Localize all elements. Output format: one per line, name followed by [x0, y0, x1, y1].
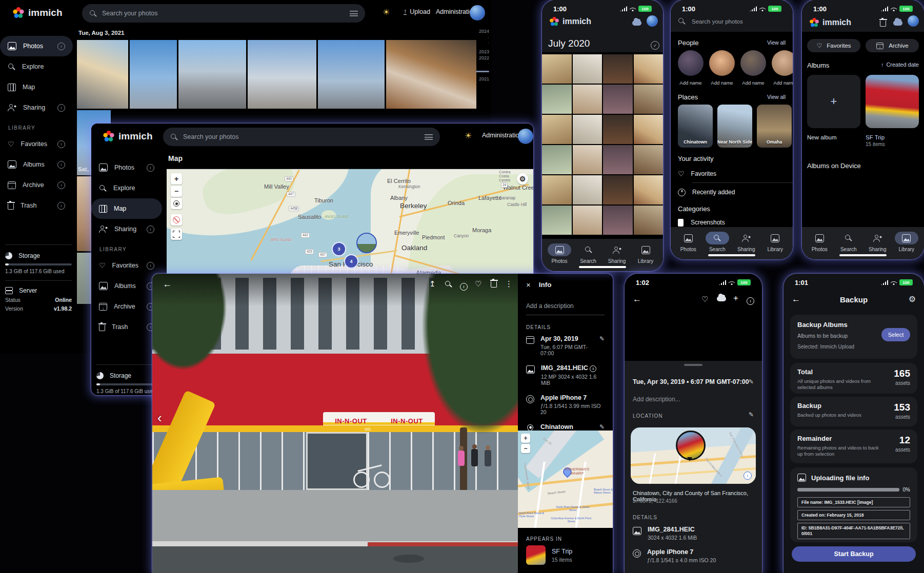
- place-card[interactable]: Omaha: [757, 105, 792, 148]
- file-info-icon[interactable]: [590, 365, 596, 372]
- nav-search[interactable]: Search: [703, 232, 732, 252]
- person-item[interactable]: Add name: [772, 50, 793, 86]
- location-map-card[interactable]: San Francisco Ferry The Embarcadero i: [631, 427, 756, 484]
- photo-thumbnail[interactable]: [178, 40, 246, 109]
- start-backup-button[interactable]: Start Backup: [792, 546, 916, 562]
- nav-sharing[interactable]: Sharing: [732, 232, 761, 252]
- user-avatar[interactable]: [647, 15, 658, 27]
- administration-link[interactable]: Administration: [482, 132, 523, 139]
- search-input[interactable]: Search your photos: [82, 4, 365, 23]
- edit-location-pencil-icon[interactable]: ✎: [599, 423, 605, 431]
- info-icon[interactable]: [147, 226, 154, 233]
- photo-thumbnail[interactable]: [542, 85, 572, 114]
- photo-thumbnail[interactable]: [542, 145, 572, 174]
- edit-location-pencil-icon[interactable]: ✎: [749, 411, 754, 418]
- photo-thumbnail[interactable]: [542, 115, 572, 144]
- sidebar-item-trash[interactable]: Trash: [0, 195, 73, 216]
- settings-gear-icon[interactable]: ⚙: [909, 294, 916, 304]
- nav-sharing[interactable]: Sharing: [863, 232, 892, 252]
- photo-thumbnail[interactable]: [573, 175, 602, 204]
- share-icon[interactable]: ↥: [429, 279, 436, 289]
- nav-library[interactable]: Library: [892, 232, 921, 252]
- map-locate-button[interactable]: [171, 198, 182, 209]
- user-avatar[interactable]: [518, 129, 533, 144]
- sidebar-item-trash[interactable]: Trash: [91, 317, 162, 337]
- back-icon[interactable]: ←: [633, 294, 641, 304]
- more-options-icon[interactable]: ⋮: [505, 279, 513, 289]
- backup-cloud-icon[interactable]: [632, 17, 641, 28]
- photo-thumbnail[interactable]: [603, 85, 633, 114]
- search-input[interactable]: Search your photos: [678, 17, 743, 25]
- info-icon[interactable]: [57, 104, 65, 112]
- map-zoom-out-button[interactable]: −: [171, 186, 182, 197]
- sidebar-item-archive[interactable]: Archive: [91, 296, 162, 317]
- info-icon[interactable]: [57, 202, 65, 210]
- immich-logo[interactable]: immich: [103, 130, 153, 142]
- person-item[interactable]: Add name: [709, 50, 735, 86]
- map-cluster-marker[interactable]: 3: [332, 242, 346, 256]
- delete-trash-icon[interactable]: [491, 279, 497, 290]
- photo-thumbnail[interactable]: [634, 115, 664, 144]
- nav-sharing[interactable]: Sharing: [602, 243, 631, 264]
- zoom-icon[interactable]: [445, 280, 452, 290]
- person-item[interactable]: Add name: [678, 50, 704, 86]
- photo-thumbnail[interactable]: [573, 54, 602, 84]
- sidebar-item-albums[interactable]: Albums: [0, 154, 73, 175]
- user-avatar[interactable]: [470, 5, 485, 21]
- photo-thumbnail[interactable]: [130, 40, 177, 109]
- archive-button[interactable]: Archive: [866, 39, 919, 52]
- sidebar-item-explore[interactable]: Explore: [91, 178, 162, 198]
- favorite-heart-icon[interactable]: ♡: [701, 295, 708, 304]
- trash-icon[interactable]: [880, 18, 886, 29]
- photo-thumbnail[interactable]: [573, 115, 602, 144]
- photo-thumbnail[interactable]: [318, 40, 385, 109]
- photo-thumbnail[interactable]: [634, 54, 664, 84]
- photo-thumbnail[interactable]: [634, 206, 664, 235]
- favorites-button[interactable]: ♡Favorites: [807, 39, 860, 52]
- user-avatar[interactable]: [908, 15, 919, 27]
- add-to-icon[interactable]: +: [733, 293, 738, 303]
- photo-thumbnail[interactable]: [542, 175, 572, 204]
- upload-button[interactable]: ↑ Upload: [404, 8, 430, 15]
- filter-icon[interactable]: [425, 134, 433, 140]
- info-icon[interactable]: [57, 140, 65, 148]
- map-zoom-in-button[interactable]: +: [171, 173, 182, 185]
- nav-photos[interactable]: Photos: [545, 243, 574, 264]
- favorite-heart-icon[interactable]: ♡: [475, 279, 481, 289]
- album-tile-sf-trip[interactable]: [866, 75, 919, 128]
- photo-thumbnail[interactable]: [634, 85, 664, 114]
- album-link-sf-trip[interactable]: SF Trip15 items: [526, 545, 572, 565]
- backup-cloud-icon[interactable]: [893, 17, 902, 28]
- photo-thumbnail[interactable]: [542, 206, 572, 235]
- immich-logo[interactable]: immich: [12, 7, 63, 19]
- info-icon[interactable]: [147, 164, 154, 172]
- sidebar-item-sharing[interactable]: Sharing: [0, 97, 73, 118]
- photo-in-n-out[interactable]: IN-N-OUT IN-N-OUT 333: [152, 274, 518, 573]
- description-input[interactable]: Add description...: [633, 396, 680, 403]
- location-mini-map[interactable]: + − FISHERMAN'SWHARF Beach Street Pier 4…: [518, 431, 613, 528]
- back-icon[interactable]: ←: [163, 279, 172, 290]
- info-icon[interactable]: [57, 161, 65, 169]
- edit-date-pencil-icon[interactable]: ✎: [599, 335, 605, 342]
- sidebar-item-photos[interactable]: Photos: [91, 157, 162, 178]
- select-all-check-icon[interactable]: ✓: [651, 41, 659, 50]
- sidebar-item-sharing[interactable]: Sharing: [91, 219, 162, 239]
- sidebar-item-photos[interactable]: Photos: [0, 36, 73, 56]
- close-icon[interactable]: ×: [526, 280, 531, 289]
- upload-cloud-icon[interactable]: [717, 293, 726, 303]
- photo-thumbnail[interactable]: [573, 85, 602, 114]
- mini-map-zoom-out[interactable]: −: [521, 444, 530, 453]
- recently-added-row[interactable]: Recently added: [678, 186, 786, 199]
- sidebar-item-map[interactable]: Map: [0, 77, 73, 97]
- sidebar-item-favorites[interactable]: ♡Favorites: [91, 255, 162, 276]
- description-input[interactable]: Add a description: [518, 289, 613, 310]
- map-draw-disabled-button[interactable]: [171, 214, 182, 226]
- nav-library[interactable]: Library: [631, 243, 660, 264]
- nav-photos[interactable]: Photos: [674, 232, 703, 252]
- new-album-tile[interactable]: +: [807, 75, 860, 128]
- nav-photos[interactable]: Photos: [805, 232, 834, 252]
- sidebar-item-map[interactable]: Map: [91, 198, 162, 219]
- sidebar-item-archive[interactable]: Archive: [0, 175, 73, 195]
- search-input[interactable]: Search your photos: [163, 128, 440, 146]
- map-fullscreen-button[interactable]: [171, 229, 182, 240]
